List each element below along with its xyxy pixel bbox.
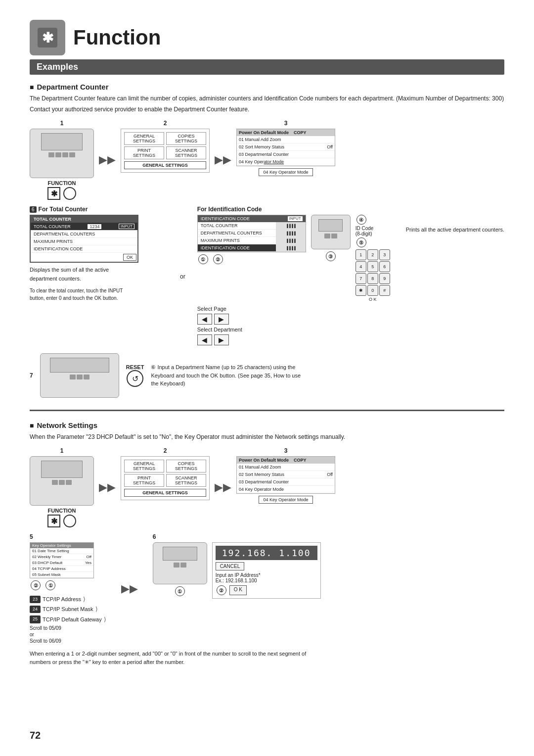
select-dept-arrows: ◀ ▶ [197, 334, 396, 345]
step1-buttons [48, 152, 75, 157]
dept-body1: The Department Counter feature can limit… [30, 94, 504, 103]
id-code-note: ⑥ Input a Department Name (up to 25 char… [151, 363, 309, 388]
step1-screen [41, 133, 83, 150]
net-asterisk-box: ✱ [47, 515, 60, 527]
tc-input-btn[interactable]: INPUT [119, 224, 134, 229]
net-step6-machine-col: ① [153, 542, 207, 596]
select-dept-label: Select Department [197, 327, 396, 332]
menu-row4: 04 Key Operator Mode [237, 158, 335, 166]
net-print-btn[interactable]: PRINT SETTINGS [124, 474, 164, 487]
net-menu-row1: 01 Manual Add Zoom [237, 464, 335, 471]
key-8[interactable]: 8 [367, 273, 378, 284]
clear-note: To clear the total counter, touch the IN… [30, 287, 138, 302]
desc1: Displays the sum of all the active depar… [30, 266, 129, 283]
id-code-main-row: IDENTIFICATION CODE INPUT TOTAL COUNTER … [197, 215, 396, 302]
for-total-label: For Total Counter [39, 206, 88, 213]
ms5-row4: 04 TCP/IP Address [30, 566, 93, 572]
menu-row1: 01 Manual Add Zoom [237, 136, 335, 143]
ip-cancel-btn[interactable]: CANCEL [216, 562, 245, 570]
ns1b2 [59, 480, 65, 485]
id-content-row: TOTAL COUNTER DEPARTMENTAL COUNTERS MAXI… [198, 222, 306, 252]
key-3[interactable]: 3 [379, 249, 390, 260]
tcp-23-num: 23 [30, 596, 41, 603]
page-header: ✱ Function [30, 20, 504, 55]
key-operator-label: 04 Key Operator Mode [259, 168, 312, 176]
step7-btn1 [70, 375, 76, 379]
tcp-24-arrow: ⟩ [95, 604, 98, 614]
page-number: 72 [30, 730, 41, 741]
net-arrow2: ▶▶ [215, 481, 231, 494]
step7-machine [40, 353, 119, 398]
svg-text:✱: ✱ [42, 30, 54, 46]
function-text: FUNCTION [48, 180, 76, 186]
print-settings-btn[interactable]: PRINT SETTINGS [124, 146, 164, 159]
ns6b1 [174, 563, 179, 567]
reset-circle[interactable]: ↺ [127, 370, 143, 387]
next-page-btn[interactable]: ▶ [214, 314, 229, 325]
step3-num: 3 [284, 120, 288, 127]
step3-container: 3 Power On Default Mode COPY 01 Manual A… [236, 120, 335, 176]
net-scanner-btn[interactable]: SCANNER SETTINGS [166, 474, 206, 487]
id-machine-col: ③ [311, 215, 351, 261]
id-val4: ▐▐▐▐ [286, 246, 296, 250]
desc2-text: Prints all the active department counter… [406, 226, 504, 234]
scroll-note3: Scroll to 06/09 [30, 638, 106, 644]
tc-ok-btn[interactable]: OK [123, 254, 136, 261]
id-step-circles: ① ② [197, 254, 306, 264]
step7-num: 7 [30, 372, 33, 379]
key-0[interactable]: 0 [367, 285, 378, 296]
id-row-id: IDENTIFICATION CODE [198, 244, 276, 252]
ip-circle-2: ② [217, 585, 226, 595]
ms5-row5: 05 Subnet Mask [30, 572, 93, 578]
step2-container: 2 GENERAL SETTINGS COPIES SETTINGS PRINT… [121, 120, 210, 173]
prev-page-btn[interactable]: ◀ [197, 314, 212, 325]
key-star[interactable]: ✱ [356, 285, 366, 296]
key-7[interactable]: 7 [356, 273, 366, 284]
step1-btn2 [55, 152, 61, 157]
net-step1-num: 1 [60, 447, 64, 454]
net-step2-screen: GENERAL SETTINGS COPIES SETTINGS PRINT S… [121, 456, 210, 500]
tcp-24-num: 24 [30, 606, 41, 613]
scanner-settings-btn[interactable]: SCANNER SETTINGS [166, 146, 206, 159]
id-val2: ▐▐▐▐ [286, 232, 296, 235]
tc-ok-row: OK [31, 253, 137, 262]
reset-area: RESET ↺ [126, 364, 144, 387]
key-4[interactable]: 4 [356, 261, 366, 272]
step7-screen [50, 358, 109, 373]
copies-settings-btn[interactable]: COPIES SETTINGS [166, 132, 206, 145]
net-step1: 1 FUNCTION ✱ [30, 447, 94, 527]
function-label: FUNCTION ✱ [47, 180, 76, 200]
id-code-screen-wrap: IDENTIFICATION CODE INPUT TOTAL COUNTER … [197, 215, 306, 264]
step1-btn1 [48, 152, 54, 157]
net-gen-btn[interactable]: GENERAL SETTINGS [124, 460, 164, 472]
ip-ok-btn[interactable]: O K [229, 585, 247, 595]
select-page-label: Select Page [197, 306, 396, 312]
key-2[interactable]: 2 [367, 249, 378, 260]
id-row-dept: DEPARTMENTAL COUNTERS [198, 230, 276, 237]
dept-counter-section: Department Counter The Department Counte… [30, 83, 504, 398]
step2-bottom-row: PRINT SETTINGS SCANNER SETTINGS [124, 146, 206, 159]
net-arrow1: ▶▶ [99, 481, 116, 494]
net-function-symbols: ✱ [47, 515, 76, 527]
section-band: Examples [30, 59, 504, 75]
key-1[interactable]: 1 [356, 249, 366, 260]
tcp-25-label: TCP/IP Default Gateway [43, 615, 102, 624]
or-separator: or [178, 273, 187, 280]
dept-counter-title: Department Counter [30, 83, 504, 91]
ns1b3 [66, 480, 72, 485]
prev-dept-btn[interactable]: ◀ [197, 334, 212, 345]
key-hash[interactable]: # [379, 285, 390, 296]
key-5[interactable]: 5 [367, 261, 378, 272]
ms5-row1: 01 Date Time Setting [30, 548, 93, 554]
key-9[interactable]: 9 [379, 273, 390, 284]
page-title: Function [73, 26, 161, 49]
id-input-btn[interactable]: INPUT [288, 216, 303, 221]
net-steps-56: 5 Key Operator Settings 01 Date Time Set… [30, 533, 504, 644]
next-dept-btn[interactable]: ▶ [214, 334, 229, 345]
arrow1: ▶▶ [99, 153, 116, 166]
page: ✱ Function Examples Department Counter T… [0, 0, 534, 756]
gen-settings-btn[interactable]: GENERAL SETTINGS [124, 132, 164, 145]
key-6[interactable]: 6 [379, 261, 390, 272]
function-symbols: ✱ [47, 187, 76, 200]
net-copies-btn[interactable]: COPIES SETTINGS [166, 460, 206, 472]
